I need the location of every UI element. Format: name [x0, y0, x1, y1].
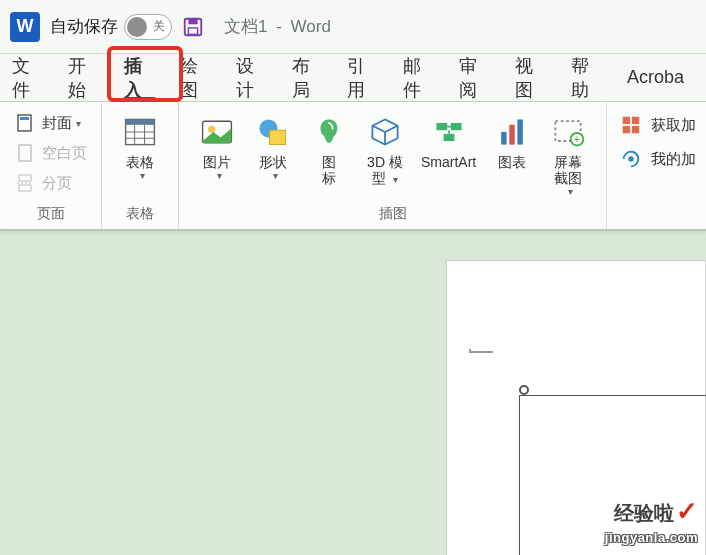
svg-point-16	[208, 126, 215, 133]
ribbon-tabs: 文件 开始 插入 绘图 设计 布局 引用 邮件 审阅 视图 帮助 Acroba	[0, 54, 706, 102]
store-icon	[619, 114, 645, 136]
document-title: 文档1 - Word	[224, 15, 331, 38]
get-addins-label: 获取加	[651, 116, 696, 135]
svg-point-32	[628, 156, 634, 162]
svg-text:+: +	[574, 133, 580, 145]
model-label-2: 型	[372, 170, 386, 186]
cover-page-icon	[14, 113, 36, 133]
svg-rect-23	[510, 125, 515, 145]
icons-label-2: 标	[322, 170, 336, 186]
chart-icon	[492, 112, 532, 152]
chevron-down-icon: ▾	[568, 186, 573, 197]
svg-rect-28	[623, 117, 630, 124]
smartart-button[interactable]: SmartArt	[413, 108, 484, 201]
tab-home[interactable]: 开始	[56, 54, 112, 101]
chevron-down-icon: ▾	[140, 170, 145, 181]
screenshot-icon: +	[548, 112, 588, 152]
tab-insert[interactable]: 插入	[112, 54, 168, 101]
autosave-state: 关	[153, 18, 165, 35]
ribbon: 封面 ▾ 空白页 分页 页面 表格 ▾	[0, 102, 706, 231]
svg-rect-22	[501, 132, 506, 145]
tab-review[interactable]: 审阅	[447, 54, 503, 101]
model-label-1: 3D 模	[367, 154, 403, 170]
page-break-button[interactable]: 分页	[10, 170, 91, 196]
page-break-icon	[14, 173, 36, 193]
tab-references[interactable]: 引用	[335, 54, 391, 101]
blank-page-icon	[14, 143, 36, 163]
tab-help[interactable]: 帮助	[559, 54, 615, 101]
watermark-url: jingyanla.com	[605, 530, 698, 545]
shapes-label: 形状	[259, 154, 287, 170]
icons-button[interactable]: 图标	[301, 108, 357, 201]
smartart-icon	[429, 112, 469, 152]
doc-sep: -	[271, 17, 286, 37]
watermark: 经验啦✓ jingyanla.com	[605, 500, 698, 549]
autosave-toggle[interactable]: 关	[124, 14, 172, 40]
picture-button[interactable]: 图片 ▾	[189, 108, 245, 201]
tab-draw[interactable]: 绘图	[168, 54, 224, 101]
chevron-down-icon: ▾	[273, 170, 278, 181]
group-table: 表格 ▾ 表格	[102, 102, 179, 229]
save-icon[interactable]	[182, 16, 204, 38]
get-addins-button[interactable]: 获取加	[617, 108, 698, 142]
word-app-icon: W	[10, 12, 40, 42]
my-addins-label: 我的加	[651, 150, 696, 169]
autosave-label: 自动保存	[50, 15, 118, 38]
doc-name: 文档1	[224, 15, 267, 38]
svg-rect-6	[19, 175, 31, 181]
3d-models-button[interactable]: 3D 模型 ▾	[357, 108, 413, 201]
svg-rect-10	[126, 119, 155, 124]
tab-acrobat[interactable]: Acroba	[615, 54, 696, 101]
app-name: Word	[291, 17, 331, 37]
tab-file[interactable]: 文件	[0, 54, 56, 101]
screenshot-button[interactable]: + 屏幕截图 ▾	[540, 108, 596, 201]
chevron-down-icon: ▾	[76, 118, 81, 129]
group-illustrations-label: 插图	[379, 201, 407, 227]
addin-icon	[619, 148, 645, 170]
svg-rect-2	[188, 27, 197, 33]
svg-rect-24	[518, 119, 523, 144]
shapes-button[interactable]: 形状 ▾	[245, 108, 301, 201]
svg-rect-5	[19, 145, 31, 161]
blank-page-button[interactable]: 空白页	[10, 140, 91, 166]
picture-label: 图片	[203, 154, 231, 170]
break-label: 分页	[42, 174, 72, 193]
svg-rect-20	[450, 123, 461, 130]
chevron-down-icon: ▾	[393, 174, 398, 185]
table-button[interactable]: 表格 ▾	[112, 108, 168, 201]
picture-icon	[197, 112, 237, 152]
watermark-brand: 经验啦	[614, 502, 674, 524]
cover-page-button[interactable]: 封面 ▾	[10, 110, 91, 136]
screenshot-label: 屏幕截图	[554, 154, 582, 186]
textbox-handle[interactable]	[519, 385, 529, 395]
group-pages-label: 页面	[37, 201, 65, 227]
svg-rect-30	[623, 126, 630, 133]
svg-rect-7	[19, 185, 31, 191]
my-addins-button[interactable]: 我的加	[617, 142, 698, 176]
blank-label: 空白页	[42, 144, 87, 163]
svg-rect-4	[20, 117, 29, 120]
tab-layout[interactable]: 布局	[280, 54, 336, 101]
shapes-icon	[253, 112, 293, 152]
icons-label-1: 图	[322, 154, 336, 170]
icons-icon	[309, 112, 349, 152]
group-table-label: 表格	[126, 201, 154, 227]
chart-label: 图表	[498, 154, 526, 170]
tab-mailings[interactable]: 邮件	[391, 54, 447, 101]
svg-rect-31	[632, 126, 639, 133]
toggle-knob	[127, 17, 147, 37]
tab-view[interactable]: 视图	[503, 54, 559, 101]
smartart-label: SmartArt	[421, 154, 476, 170]
tab-design[interactable]: 设计	[224, 54, 280, 101]
chevron-down-icon: ▾	[217, 170, 222, 181]
group-pages: 封面 ▾ 空白页 分页 页面	[0, 102, 102, 229]
svg-rect-29	[632, 117, 639, 124]
cube-icon	[365, 112, 405, 152]
table-icon	[120, 112, 160, 152]
group-addins: 获取加 我的加	[607, 102, 706, 229]
check-icon: ✓	[676, 496, 698, 526]
svg-rect-21	[443, 134, 454, 141]
cover-label: 封面	[42, 114, 72, 133]
svg-rect-1	[188, 18, 197, 24]
chart-button[interactable]: 图表	[484, 108, 540, 201]
